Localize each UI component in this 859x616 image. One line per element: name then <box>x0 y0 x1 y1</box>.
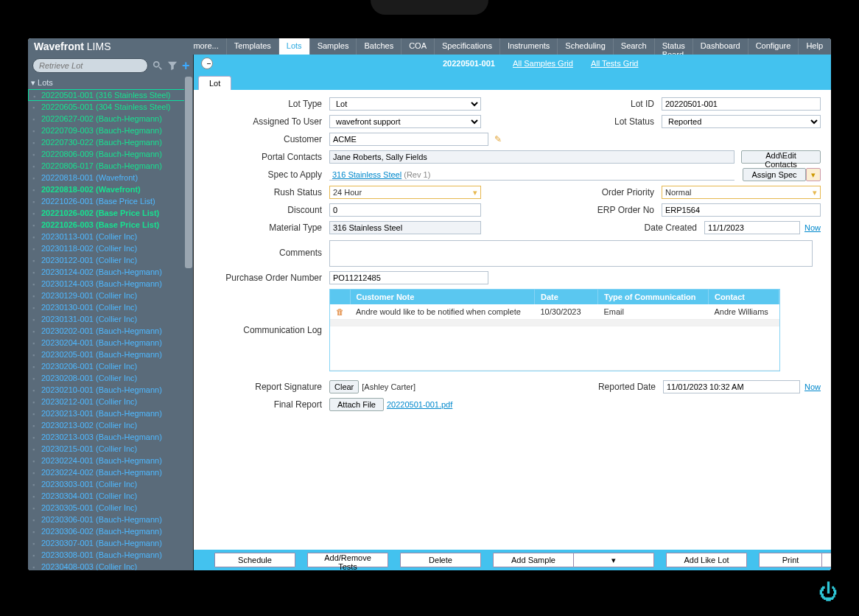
date-created-input[interactable] <box>704 221 800 234</box>
assign-spec-button[interactable]: Assign Spec <box>743 168 806 181</box>
menu-lots[interactable]: Lots <box>279 38 310 55</box>
lot-tree-item[interactable]: 20230307-001 (Bauch-Hegmann) <box>28 537 193 549</box>
all-tests-link[interactable]: All Tests Grid <box>591 59 639 68</box>
add-remove-tests-button[interactable]: Add/Remove Tests <box>307 553 388 567</box>
lot-tree-item[interactable]: 20220730-022 (Bauch-Hegmann) <box>28 136 193 148</box>
lot-tree-item[interactable]: 20230124-002 (Bauch-Hegmann) <box>28 266 193 278</box>
lot-tree-item[interactable]: 20220806-017 (Bauch-Hegmann) <box>28 160 193 172</box>
spec-link[interactable]: 316 Stainless Steel <box>332 170 402 179</box>
reported-date-input[interactable] <box>663 380 800 393</box>
clear-signature-button[interactable]: Clear <box>329 380 359 393</box>
lot-tree-item[interactable]: 20230124-003 (Bauch-Hegmann) <box>28 278 193 290</box>
filter-icon[interactable] <box>167 60 178 71</box>
schedule-button[interactable]: Schedule <box>214 553 295 567</box>
edit-customer-icon[interactable]: ✎ <box>494 134 505 144</box>
lot-tree-item[interactable]: 20220818-001 (Wavefront) <box>28 172 193 183</box>
lot-tree-item[interactable]: 20230212-001 (Collier Inc) <box>28 396 193 407</box>
discount-input[interactable] <box>329 203 481 217</box>
commlog-empty-row[interactable] <box>330 320 779 326</box>
lot-tree-item[interactable]: 20230118-002 (Collier Inc) <box>28 242 193 254</box>
search-icon[interactable] <box>152 60 163 71</box>
lot-tree-item[interactable]: 20230308-001 (Bauch-Hegmann) <box>28 549 193 561</box>
power-icon[interactable]: ⏻ <box>816 581 840 604</box>
scroll-thumb[interactable] <box>185 77 192 268</box>
lot-tree-item[interactable]: 20230204-001 (Bauch-Hegmann) <box>28 337 193 349</box>
menu-scheduling[interactable]: Scheduling <box>558 38 613 55</box>
lot-tree-item[interactable]: 20230224-002 (Bauch-Hegmann) <box>28 466 193 478</box>
lot-tree-item[interactable]: 20220806-009 (Bauch-Hegmann) <box>28 148 193 160</box>
col-type[interactable]: Type of Communication <box>598 290 709 304</box>
print-button[interactable]: Print <box>759 553 822 567</box>
menu-more[interactable]: more... <box>186 38 226 55</box>
lot-tree-item[interactable]: 20220501-001 (316 Stainless Steel) <box>28 89 193 101</box>
lot-tree-item[interactable]: 20220818-002 (Wavefront) <box>28 183 193 195</box>
menu-help[interactable]: Help <box>799 38 831 55</box>
all-samples-link[interactable]: All Samples Grid <box>513 59 573 68</box>
attach-file-button[interactable]: Attach File <box>329 398 384 411</box>
commlog-row[interactable]: 🗑Andre would like to be notified when co… <box>330 304 779 320</box>
delete-row-icon[interactable]: 🗑 <box>330 304 350 320</box>
col-date[interactable]: Date <box>535 290 598 304</box>
menu-specifications[interactable]: Specifications <box>435 38 500 55</box>
menu-instruments[interactable]: Instruments <box>500 38 558 55</box>
lot-tree-item[interactable]: 20230131-001 (Collier Inc) <box>28 313 193 325</box>
lot-tree-item[interactable]: 20230113-001 (Collier Inc) <box>28 231 193 242</box>
retrieve-lot-input[interactable] <box>32 58 148 73</box>
comments-textarea[interactable] <box>329 240 813 267</box>
add-sample-dropdown[interactable]: ▾ <box>573 553 654 567</box>
lot-status-select[interactable]: Reported <box>662 115 821 128</box>
lot-tree-item[interactable]: 20230303-001 (Collier Inc) <box>28 478 193 490</box>
lot-tree-item[interactable]: 20230210-001 (Bauch-Hegmann) <box>28 384 193 396</box>
menu-dashboard[interactable]: Dashboard <box>693 38 748 55</box>
lot-tree-item[interactable]: 20230205-001 (Bauch-Hegmann) <box>28 349 193 360</box>
lot-tree-item[interactable]: 20230304-001 (Collier Inc) <box>28 490 193 502</box>
menu-batches[interactable]: Batches <box>357 38 402 55</box>
lot-tree-item[interactable]: 20230129-001 (Collier Inc) <box>28 290 193 301</box>
priority-select[interactable]: Normal▾ <box>662 186 821 199</box>
lot-tree-item[interactable]: 20220709-003 (Bauch-Hegmann) <box>28 125 193 136</box>
delete-button[interactable]: Delete <box>400 553 481 567</box>
lot-tree-item[interactable]: 20230306-002 (Bauch-Hegmann) <box>28 525 193 537</box>
lot-tree-item[interactable]: 20221026-002 (Base Price List) <box>28 207 193 219</box>
lot-tree-item[interactable]: 20230305-001 (Collier Inc) <box>28 502 193 514</box>
lot-tree-item[interactable]: 20230408-003 (Collier Inc) <box>28 561 193 570</box>
col-contact[interactable]: Contact <box>709 290 779 304</box>
erp-input[interactable] <box>662 203 821 217</box>
lot-tree-item[interactable]: 20230224-001 (Bauch-Hegmann) <box>28 455 193 466</box>
menu-samples[interactable]: Samples <box>310 38 357 55</box>
material-type-input[interactable] <box>329 221 481 234</box>
attached-file-link[interactable]: 20220501-001.pdf <box>387 400 452 409</box>
customer-input[interactable] <box>329 133 488 146</box>
lot-tree-item[interactable]: 20230213-003 (Bauch-Hegmann) <box>28 431 193 443</box>
lot-tree-item[interactable]: 20230202-001 (Bauch-Hegmann) <box>28 325 193 337</box>
lot-tree-item[interactable]: 20230206-001 (Collier Inc) <box>28 360 193 372</box>
menu-templates[interactable]: Templates <box>227 38 279 55</box>
add-edit-contacts-button[interactable]: Add\Edit Contacts <box>741 150 821 164</box>
add-like-lot-button[interactable]: Add Like Lot <box>666 553 747 567</box>
add-lot-icon[interactable]: + <box>182 58 190 74</box>
menu-coa[interactable]: COA <box>402 38 435 55</box>
lot-tree-item[interactable]: 20221026-003 (Base Price List) <box>28 219 193 231</box>
lot-tree-item[interactable]: 20230306-001 (Bauch-Hegmann) <box>28 514 193 525</box>
lot-tree-item[interactable]: 20230213-001 (Bauch-Hegmann) <box>28 407 193 419</box>
add-sample-button[interactable]: Add Sample <box>493 553 574 567</box>
menu-search[interactable]: Search <box>614 38 655 55</box>
col-customer-note[interactable]: Customer Note <box>350 290 535 304</box>
portal-contacts-input[interactable] <box>329 150 734 164</box>
tree-scrollbar[interactable] <box>184 77 193 570</box>
lot-tree-item[interactable]: 20230122-001 (Collier Inc) <box>28 254 193 266</box>
lot-tree-item[interactable]: 20230130-001 (Collier Inc) <box>28 301 193 313</box>
po-input[interactable] <box>329 271 488 284</box>
lot-tree-item[interactable]: 20220627-002 (Bauch-Hegmann) <box>28 113 193 125</box>
print-dropdown[interactable]: ▾ <box>821 553 831 567</box>
assigned-select[interactable]: wavefront support <box>329 115 481 128</box>
history-icon[interactable] <box>201 57 213 69</box>
tree-root[interactable]: ▾ Lots <box>28 77 193 89</box>
lot-tree-item[interactable]: 20230215-001 (Collier Inc) <box>28 443 193 455</box>
lot-tree-item[interactable]: 20230213-002 (Collier Inc) <box>28 419 193 431</box>
assign-spec-dropdown[interactable]: ▾ <box>806 168 821 181</box>
lot-tree-item[interactable]: 20221026-001 (Base Price List) <box>28 195 193 207</box>
tab-lot[interactable]: Lot <box>198 76 231 90</box>
rush-select[interactable]: 24 Hour▾ <box>329 186 481 199</box>
menu-statusboard[interactable]: Status Board <box>655 38 693 55</box>
